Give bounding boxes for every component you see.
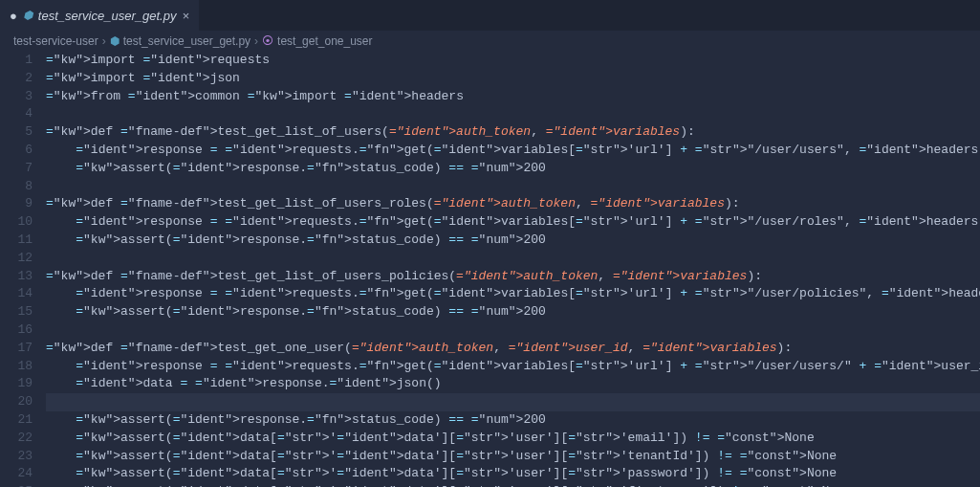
line-number: 20 bbox=[0, 393, 33, 411]
line-number: 1 bbox=[0, 52, 33, 70]
tab-label: test_service_user_get.py bbox=[38, 9, 177, 23]
line-number: 8 bbox=[0, 178, 33, 196]
function-icon: ⦿ bbox=[262, 34, 273, 48]
line-number: 17 bbox=[0, 340, 33, 358]
code-line[interactable] bbox=[46, 105, 980, 123]
line-number: 11 bbox=[0, 232, 33, 250]
code-line[interactable]: ="kw">def ="fname-def">test_get_list_of_… bbox=[46, 195, 980, 213]
code-line[interactable]: ="kw">assert(="ident">data[="str">'="ide… bbox=[46, 483, 980, 487]
editor-area: ● ⬢ test_service_user_get.py × test-serv… bbox=[0, 0, 980, 487]
line-number: 3 bbox=[0, 88, 33, 106]
breadcrumb-seg[interactable]: test-service-user bbox=[13, 34, 98, 48]
code-line[interactable]: ="kw">assert(="ident">response.="fn">sta… bbox=[46, 232, 980, 250]
dirty-indicator: ● bbox=[10, 9, 17, 23]
code-line[interactable]: ="kw">from ="ident">common ="kw">import … bbox=[46, 88, 980, 106]
line-number: 5 bbox=[0, 123, 33, 142]
code-line[interactable]: ="kw">import ="ident">requests bbox=[46, 52, 980, 70]
line-number: 21 bbox=[0, 411, 33, 430]
line-number: 22 bbox=[0, 430, 33, 448]
breadcrumb[interactable]: test-service-user › ⬢ test_service_user_… bbox=[0, 31, 980, 52]
code-line[interactable]: ="kw">def ="fname-def">test_get_list_of_… bbox=[46, 268, 980, 286]
code-line[interactable]: ="kw">assert(="ident">response.="fn">sta… bbox=[46, 303, 980, 321]
line-number: 4 bbox=[0, 105, 33, 123]
line-number: 14 bbox=[0, 285, 33, 303]
code-line[interactable]: ="ident">response = ="ident">requests.="… bbox=[46, 213, 980, 232]
line-number: 10 bbox=[0, 213, 33, 232]
python-file-icon: ⬢ bbox=[110, 34, 120, 48]
python-file-icon: ⬢ bbox=[23, 9, 33, 22]
close-icon[interactable]: × bbox=[182, 9, 189, 23]
code-line[interactable]: ="ident">response = ="ident">requests.="… bbox=[46, 142, 980, 160]
line-number: 25 bbox=[0, 483, 33, 487]
tab-active[interactable]: ● ⬢ test_service_user_get.py × bbox=[0, 0, 199, 31]
breadcrumb-seg[interactable]: test_get_one_user bbox=[277, 34, 372, 48]
line-number: 24 bbox=[0, 465, 33, 483]
line-number: 16 bbox=[0, 321, 33, 340]
code-content[interactable]: ="kw">import ="ident">requests="kw">impo… bbox=[46, 52, 980, 487]
line-number: 9 bbox=[0, 195, 33, 213]
code-line[interactable] bbox=[46, 393, 980, 411]
code-editor[interactable]: 1234567891011121314151617181920212223242… bbox=[0, 52, 980, 487]
line-number: 12 bbox=[0, 250, 33, 268]
code-line[interactable]: ="ident">data = ="ident">response.="iden… bbox=[46, 375, 980, 393]
code-line[interactable] bbox=[46, 321, 980, 340]
line-number: 6 bbox=[0, 142, 33, 160]
code-line[interactable] bbox=[46, 178, 980, 196]
code-line[interactable]: ="kw">def ="fname-def">test_get_list_of_… bbox=[46, 123, 980, 142]
breadcrumb-seg[interactable]: test_service_user_get.py bbox=[123, 34, 250, 48]
line-number: 13 bbox=[0, 268, 33, 286]
code-line[interactable]: ="ident">response = ="ident">requests.="… bbox=[46, 285, 980, 303]
code-line[interactable]: ="kw">assert(="ident">response.="fn">sta… bbox=[46, 411, 980, 430]
line-number: 18 bbox=[0, 358, 33, 376]
code-line[interactable]: ="kw">assert(="ident">data[="str">'="ide… bbox=[46, 430, 980, 448]
code-line[interactable]: ="kw">def ="fname-def">test_get_one_user… bbox=[46, 340, 980, 358]
line-number: 7 bbox=[0, 160, 33, 178]
line-number: 15 bbox=[0, 303, 33, 321]
code-line[interactable]: ="kw">assert(="ident">data[="str">'="ide… bbox=[46, 465, 980, 483]
line-number: 2 bbox=[0, 70, 33, 88]
code-line[interactable]: ="kw">assert(="ident">response.="fn">sta… bbox=[46, 160, 980, 178]
tab-bar: ● ⬢ test_service_user_get.py × bbox=[0, 0, 980, 31]
line-number: 23 bbox=[0, 448, 33, 466]
line-gutter: 1234567891011121314151617181920212223242… bbox=[0, 52, 46, 487]
code-line[interactable] bbox=[46, 250, 980, 268]
chevron-right-icon: › bbox=[102, 34, 106, 48]
code-line[interactable]: ="ident">response = ="ident">requests.="… bbox=[46, 358, 980, 376]
chevron-right-icon: › bbox=[254, 34, 258, 48]
line-number: 19 bbox=[0, 375, 33, 393]
code-line[interactable]: ="kw">import ="ident">json bbox=[46, 70, 980, 88]
code-line[interactable]: ="kw">assert(="ident">data[="str">'="ide… bbox=[46, 448, 980, 466]
